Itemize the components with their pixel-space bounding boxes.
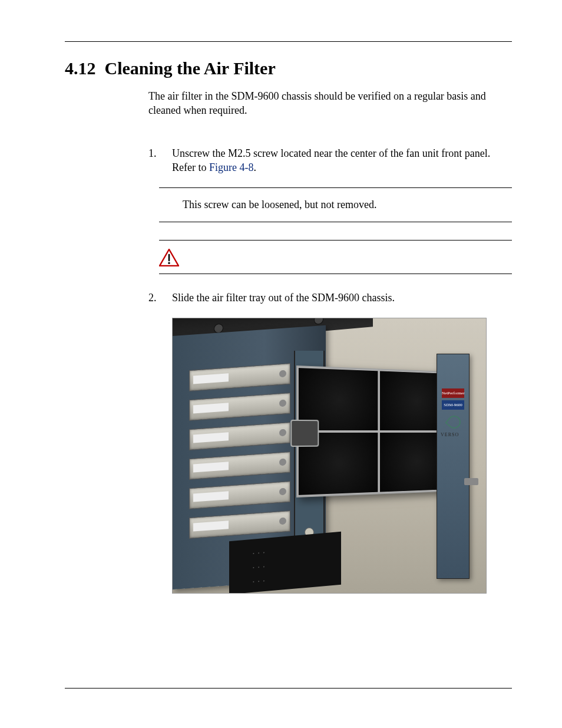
svg-point-2 xyxy=(168,262,170,264)
warning-callout xyxy=(159,240,512,274)
step-1: 1. Unscrew the M2.5 screw located near t… xyxy=(148,146,512,175)
figure-photo: POWER ON • • • • • • • • • NetPerformer xyxy=(172,318,512,594)
badge-netperformer: NetPerformer xyxy=(442,388,464,398)
figure-link[interactable]: Figure 4-8 xyxy=(209,162,254,173)
section-title: Cleaning the Air Filter xyxy=(105,58,276,78)
step-2: 2. Slide the air filter tray out of the … xyxy=(148,291,512,305)
top-horizontal-rule xyxy=(65,41,512,42)
step-2-text: Slide the air filter tray out of the SDM… xyxy=(172,291,395,305)
step-1-number: 1. xyxy=(148,146,172,175)
chassis-photograph: POWER ON • • • • • • • • • NetPerformer xyxy=(172,318,487,594)
note-callout: This screw can be loosened, but not remo… xyxy=(159,187,512,222)
step-1-text: Unscrew the M2.5 screw located near the … xyxy=(172,146,512,175)
air-filter-tray xyxy=(296,365,454,498)
badge-model: SDM-9600 xyxy=(442,400,464,410)
warning-bottom-rule xyxy=(159,274,512,274)
note-text: This screw can be loosened, but not remo… xyxy=(159,188,512,222)
warning-triangle-icon xyxy=(159,249,512,266)
section-heading: 4.12 Cleaning the Air Filter xyxy=(65,58,512,78)
step-2-number: 2. xyxy=(148,291,172,305)
step-1-text-b: . xyxy=(253,162,256,173)
note-bottom-rule xyxy=(159,222,512,222)
vendor-label: VERSO xyxy=(441,432,459,437)
chassis-right-panel: NetPerformer SDM-9600 VERSO xyxy=(437,354,470,579)
section-number: 4.12 xyxy=(65,58,96,78)
intro-paragraph: The air filter in the SDM-9600 chassis s… xyxy=(148,89,512,118)
bottom-horizontal-rule xyxy=(65,688,512,689)
